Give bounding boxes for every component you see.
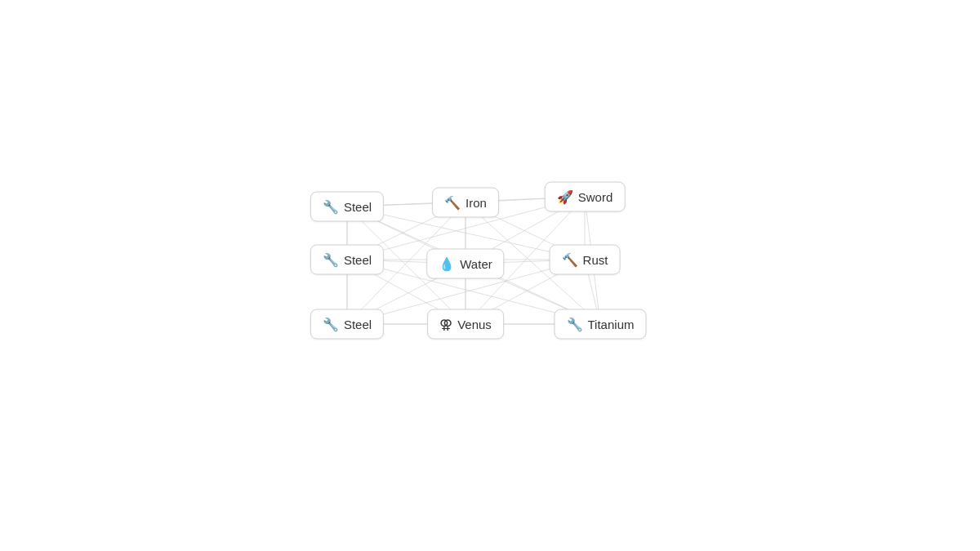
node-steel2[interactable]: 🔧Steel: [310, 245, 384, 275]
node-icon-steel2: 🔧: [323, 252, 339, 268]
node-icon-steel3: 🔧: [323, 317, 339, 332]
node-label-rust: Rust: [583, 253, 608, 267]
node-icon-water: 💧: [439, 256, 455, 272]
node-label-water: Water: [460, 257, 492, 271]
node-titanium[interactable]: 🔧Titanium: [555, 309, 647, 340]
node-venus[interactable]: ⚢Venus: [427, 309, 504, 340]
node-icon-sword: 🚀: [557, 189, 573, 205]
node-steel3[interactable]: 🔧Steel: [310, 309, 384, 340]
node-water[interactable]: 💧Water: [426, 249, 504, 279]
node-rust[interactable]: 🔨Rust: [550, 245, 621, 275]
node-icon-rust: 🔨: [562, 252, 578, 268]
node-icon-venus: ⚢: [439, 317, 452, 332]
node-steel1[interactable]: 🔧Steel: [310, 192, 384, 222]
node-icon-steel1: 🔧: [323, 199, 339, 215]
node-sword[interactable]: 🚀Sword: [545, 182, 626, 212]
node-label-steel3: Steel: [344, 318, 372, 331]
node-label-iron: Iron: [466, 196, 487, 210]
node-icon-iron: 🔨: [444, 195, 461, 211]
node-label-titanium: Titanium: [588, 318, 635, 331]
node-label-sword: Sword: [578, 190, 613, 204]
node-label-steel2: Steel: [344, 253, 372, 267]
node-icon-titanium: 🔧: [567, 317, 583, 332]
node-label-steel1: Steel: [344, 200, 372, 214]
node-label-venus: Venus: [457, 318, 492, 331]
node-iron[interactable]: 🔨Iron: [432, 188, 499, 218]
